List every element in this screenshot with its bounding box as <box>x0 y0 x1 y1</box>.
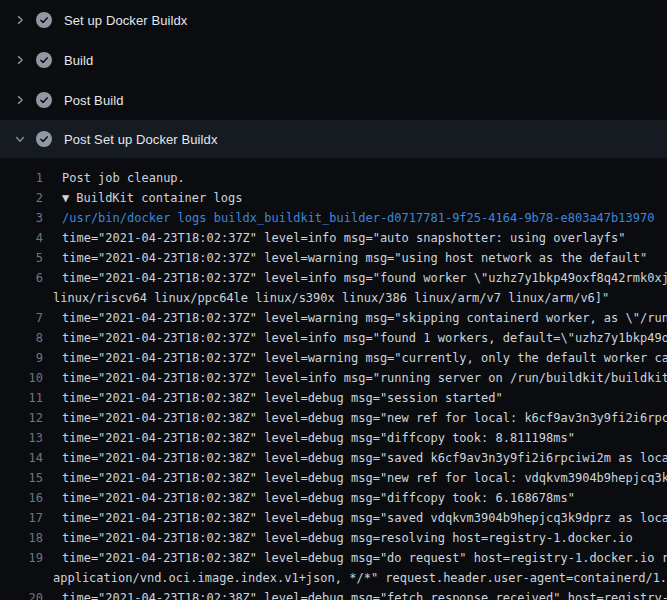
log-line: 11time="2021-04-23T18:02:38Z" level=debu… <box>0 388 667 408</box>
line-number[interactable]: 9 <box>0 348 43 368</box>
step-row-build[interactable]: Build <box>0 40 667 80</box>
line-number[interactable]: 11 <box>0 388 43 408</box>
log-text: time="2021-04-23T18:02:38Z" level=debug … <box>43 448 667 468</box>
log-line: 20time="2021-04-23T18:02:38Z" level=debu… <box>0 588 667 600</box>
step-label: Post Set up Docker Buildx <box>64 132 218 147</box>
line-number[interactable]: 1 <box>0 168 43 188</box>
log-line: 2▼BuildKit container logs <box>0 188 667 208</box>
log-line-continuation: linux/riscv64 linux/ppc64le linux/s390x … <box>0 288 667 308</box>
log-line: 14time="2021-04-23T18:02:38Z" level=debu… <box>0 448 667 468</box>
line-number[interactable]: 18 <box>0 528 43 548</box>
log-line: 3/usr/bin/docker logs buildx_buildkit_bu… <box>0 208 667 228</box>
log-line: 13time="2021-04-23T18:02:38Z" level=debu… <box>0 428 667 448</box>
log-text: time="2021-04-23T18:02:38Z" level=debug … <box>43 468 667 488</box>
log-line: 10time="2021-04-23T18:02:37Z" level=info… <box>0 368 667 388</box>
log-text: time="2021-04-23T18:02:37Z" level=info m… <box>43 368 667 388</box>
log-line: 8time="2021-04-23T18:02:37Z" level=info … <box>0 328 667 348</box>
check-circle-icon <box>36 12 52 28</box>
log-text: time="2021-04-23T18:02:37Z" level=warnin… <box>43 248 647 268</box>
step-row-post-set-up-docker-buildx[interactable]: Post Set up Docker Buildx <box>0 120 667 158</box>
log-line: 6time="2021-04-23T18:02:37Z" level=info … <box>0 268 667 288</box>
log-command-text: /usr/bin/docker logs buildx_buildkit_bui… <box>43 208 654 228</box>
line-number[interactable]: 5 <box>0 248 43 268</box>
line-number[interactable]: 8 <box>0 328 43 348</box>
log-line: 12time="2021-04-23T18:02:38Z" level=debu… <box>0 408 667 428</box>
log-line: 16time="2021-04-23T18:02:38Z" level=debu… <box>0 488 667 508</box>
check-circle-icon <box>36 92 52 108</box>
log-line: 5time="2021-04-23T18:02:37Z" level=warni… <box>0 248 667 268</box>
log-text: time="2021-04-23T18:02:38Z" level=debug … <box>43 528 633 548</box>
step-row-set-up-docker-buildx[interactable]: Set up Docker Buildx <box>0 0 667 40</box>
log-text: time="2021-04-23T18:02:38Z" level=debug … <box>43 508 667 528</box>
log-text: linux/riscv64 linux/ppc64le linux/s390x … <box>43 288 609 308</box>
log-text: ▼BuildKit container logs <box>43 188 242 208</box>
step-label: Build <box>64 53 93 68</box>
log-text: time="2021-04-23T18:02:38Z" level=debug … <box>43 428 575 448</box>
log-line: 4time="2021-04-23T18:02:37Z" level=info … <box>0 228 667 248</box>
log-group-title: BuildKit container logs <box>76 191 242 205</box>
line-number[interactable]: 10 <box>0 368 43 388</box>
line-number[interactable]: 15 <box>0 468 43 488</box>
log-line: 7time="2021-04-23T18:02:37Z" level=warni… <box>0 308 667 328</box>
log-text: Post job cleanup. <box>43 168 185 188</box>
chevron-right-icon[interactable] <box>12 92 28 108</box>
line-number[interactable]: 6 <box>0 268 43 288</box>
log-text: time="2021-04-23T18:02:38Z" level=debug … <box>43 408 667 428</box>
log-text: time="2021-04-23T18:02:38Z" level=debug … <box>43 388 503 408</box>
log-text: time="2021-04-23T18:02:37Z" level=info m… <box>43 228 626 248</box>
step-label: Set up Docker Buildx <box>64 13 187 28</box>
log-line: 15time="2021-04-23T18:02:38Z" level=debu… <box>0 468 667 488</box>
step-list: Set up Docker BuildxBuildPost BuildPost … <box>0 0 667 158</box>
chevron-right-icon[interactable] <box>12 52 28 68</box>
log-output: 1Post job cleanup.2▼BuildKit container l… <box>0 158 667 600</box>
log-text: application/vnd.oci.image.index.v1+json,… <box>43 568 667 588</box>
log-group-toggle-icon[interactable]: ▼ <box>62 191 69 205</box>
step-label: Post Build <box>64 93 124 108</box>
chevron-down-icon[interactable] <box>12 131 28 147</box>
log-text: time="2021-04-23T18:02:38Z" level=debug … <box>43 488 575 508</box>
log-line: 1Post job cleanup. <box>0 168 667 188</box>
line-number[interactable]: 20 <box>0 588 43 600</box>
line-number[interactable]: 2 <box>0 188 43 208</box>
log-line: 19time="2021-04-23T18:02:38Z" level=debu… <box>0 548 667 568</box>
log-line: 18time="2021-04-23T18:02:38Z" level=debu… <box>0 528 667 548</box>
log-text: time="2021-04-23T18:02:37Z" level=info m… <box>43 328 667 348</box>
log-text: time="2021-04-23T18:02:37Z" level=info m… <box>43 268 667 288</box>
log-line-continuation: application/vnd.oci.image.index.v1+json,… <box>0 568 667 588</box>
check-circle-icon <box>36 52 52 68</box>
log-text: time="2021-04-23T18:02:37Z" level=warnin… <box>43 348 667 368</box>
log-text: time="2021-04-23T18:02:38Z" level=debug … <box>43 548 667 568</box>
step-row-post-build[interactable]: Post Build <box>0 80 667 120</box>
chevron-right-icon[interactable] <box>12 12 28 28</box>
line-number[interactable]: 14 <box>0 448 43 468</box>
check-circle-icon <box>36 131 52 147</box>
actions-log-viewer: Set up Docker BuildxBuildPost BuildPost … <box>0 0 667 600</box>
log-text: time="2021-04-23T18:02:37Z" level=warnin… <box>43 308 667 328</box>
line-number[interactable]: 16 <box>0 488 43 508</box>
line-number[interactable]: 19 <box>0 548 43 568</box>
log-line: 9time="2021-04-23T18:02:37Z" level=warni… <box>0 348 667 368</box>
line-number[interactable]: 13 <box>0 428 43 448</box>
log-text: time="2021-04-23T18:02:38Z" level=debug … <box>43 588 667 600</box>
line-number[interactable]: 3 <box>0 208 43 228</box>
line-number[interactable]: 17 <box>0 508 43 528</box>
line-number[interactable]: 12 <box>0 408 43 428</box>
log-line: 17time="2021-04-23T18:02:38Z" level=debu… <box>0 508 667 528</box>
line-number[interactable]: 7 <box>0 308 43 328</box>
line-number[interactable]: 4 <box>0 228 43 248</box>
